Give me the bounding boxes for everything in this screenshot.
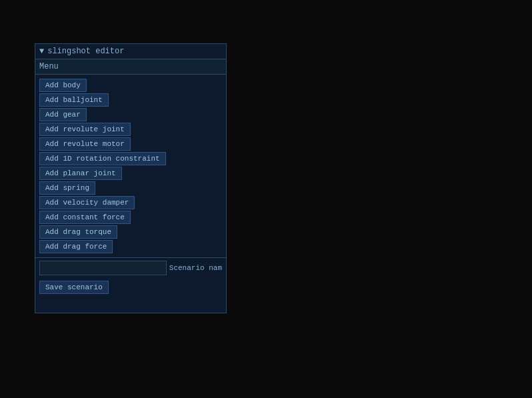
scenario-row: Scenario nam — [35, 257, 226, 278]
add-revolute-joint-button[interactable]: Add revolute joint — [39, 123, 131, 136]
collapse-icon: ▼ — [39, 47, 44, 56]
add-1d-rotation-button[interactable]: Add 1D rotation constraint — [39, 152, 166, 165]
save-scenario-button[interactable]: Save scenario — [39, 281, 109, 294]
panel-header: ▼ slingshot editor — [35, 44, 226, 59]
add-velocity-damper-button[interactable]: Add velocity damper — [39, 196, 135, 209]
add-constant-force-button[interactable]: Add constant force — [39, 211, 131, 224]
scenario-input[interactable] — [39, 261, 167, 275]
add-body-button[interactable]: Add body — [39, 79, 87, 92]
save-row: Save scenario — [35, 278, 226, 299]
add-revolute-motor-button[interactable]: Add revolute motor — [39, 137, 131, 151]
scenario-label: Scenario nam — [169, 264, 222, 272]
panel-bottom-space — [35, 299, 226, 313]
add-gear-button[interactable]: Add gear — [39, 108, 87, 121]
menu-bar[interactable]: Menu — [35, 59, 226, 75]
menu-label: Menu — [39, 62, 59, 71]
panel-title: slingshot editor — [47, 47, 124, 56]
add-spring-button[interactable]: Add spring — [39, 181, 95, 195]
add-planar-joint-button[interactable]: Add planar joint — [39, 167, 122, 180]
add-drag-force-button[interactable]: Add drag force — [39, 240, 113, 253]
add-drag-torque-button[interactable]: Add drag torque — [39, 225, 117, 239]
buttons-area: Add bodyAdd balljointAdd gearAdd revolut… — [35, 75, 226, 257]
editor-panel: ▼ slingshot editor Menu Add bodyAdd ball… — [35, 43, 227, 313]
add-balljoint-button[interactable]: Add balljoint — [39, 93, 109, 107]
